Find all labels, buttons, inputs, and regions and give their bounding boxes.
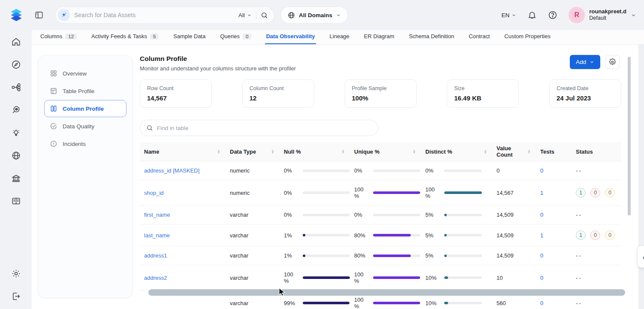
sidebar-toggle-icon[interactable] (34, 10, 44, 20)
tab-count-badge: 12 (65, 33, 77, 39)
stat-value: 12 (250, 94, 307, 102)
sidebar-item-table-profile[interactable]: Table Profile (44, 82, 126, 100)
column-header-label: Unique % (354, 148, 379, 155)
add-button[interactable]: Add (570, 55, 600, 69)
glossary-book-icon[interactable] (11, 196, 21, 206)
table-row[interactable]: address2 varchar 100 % 100 % 10% 10 0 -- (140, 265, 621, 291)
stat-card-column-count: Column Count 12 (242, 79, 314, 108)
tests-link[interactable]: 1 (540, 190, 543, 196)
search-icon[interactable] (261, 12, 268, 19)
column-header-label: Value Count (497, 145, 528, 158)
distinct-percent-value: 5% (425, 232, 440, 239)
tab-activity-feeds-tasks[interactable]: Activity Feeds & Tasks 5 (90, 30, 159, 44)
governance-bank-icon[interactable] (11, 173, 21, 183)
tab-custom-properties[interactable]: Custom Properties (503, 30, 551, 44)
value-count: 14,509 (497, 232, 514, 239)
discovery-search-eye-icon[interactable] (11, 105, 21, 115)
tab-columns[interactable]: Columns 12 (39, 30, 78, 44)
notifications-bell-icon[interactable] (527, 10, 537, 20)
tests-link[interactable]: 0 (540, 167, 543, 174)
table-row[interactable]: address1 varchar 1% 80% 5% 14,509 0 -- (140, 246, 621, 265)
domains-globe-icon[interactable] (11, 151, 21, 161)
ai-sparkle-icon[interactable] (58, 9, 70, 21)
column-header-name[interactable]: Name▴▾ (140, 142, 226, 161)
stat-value: 24 Jul 2023 (557, 94, 614, 102)
chevron-down-icon (631, 12, 636, 18)
explore-compass-icon[interactable] (11, 60, 21, 70)
null-percent-value: 0% (284, 190, 298, 196)
find-in-table-search[interactable] (140, 120, 378, 136)
column-name-link[interactable]: last_name (144, 232, 170, 239)
profiler-settings-button[interactable] (605, 55, 620, 69)
page-subtitle: Monitor and understand your columns stru… (140, 65, 621, 72)
column-header-data-type[interactable]: Data Type▴▾ (226, 142, 280, 161)
sort-icon[interactable]: ▴▾ (342, 149, 344, 154)
global-search-bar[interactable]: Search for Data Assets All (55, 6, 274, 24)
app-logo-icon[interactable] (8, 6, 25, 24)
column-name-link[interactable]: address_id [MASKED] (144, 167, 199, 174)
table-row[interactable]: address_id [MASKED] numeric 0% 0% 0% 0 0… (140, 161, 621, 180)
search-icon (146, 124, 153, 131)
help-icon[interactable] (548, 10, 557, 20)
tests-link[interactable]: 0 (540, 212, 543, 218)
stat-cards-row: Row Count 14,567 Column Count 12 Profile… (140, 79, 621, 108)
sort-icon[interactable]: ▴▾ (272, 149, 274, 154)
tab-queries[interactable]: Queries 0 (219, 30, 252, 44)
sort-icon[interactable]: ▴▾ (485, 149, 486, 154)
column-header-null[interactable]: Null %▴▾ (280, 142, 350, 161)
column-name-link[interactable]: shop_id (144, 190, 164, 196)
column-name-link[interactable]: first_name (144, 212, 170, 218)
tab-contract[interactable]: Contract (468, 30, 491, 44)
avatar[interactable]: R (569, 7, 585, 23)
sort-icon[interactable]: ▴▾ (528, 149, 530, 154)
column-name-link[interactable]: address2 (144, 275, 167, 281)
sidebar-item-column-profile[interactable]: Column Profile (44, 100, 126, 117)
table-row[interactable]: last_name varchar 1% 80% 5% 14,509 1 100 (140, 224, 621, 246)
user-menu[interactable]: R rounakpreet.d Default (569, 7, 636, 23)
column-profile-table: Name▴▾Data Type▴▾Null %▴▾Unique %▴▾Disti… (140, 142, 621, 309)
distinct-percent-bar (444, 170, 482, 172)
vertical-scrollbar[interactable] (628, 57, 631, 215)
column-header-value-count[interactable]: Value Count▴▾ (492, 142, 536, 161)
home-icon[interactable] (11, 37, 21, 47)
find-in-table-input[interactable] (157, 125, 372, 131)
tab-sample-data[interactable]: Sample Data (172, 30, 206, 44)
tab-er-diagram[interactable]: ER Diagram (363, 30, 395, 44)
tests-link[interactable]: 0 (540, 275, 543, 281)
sidebar-item-overview[interactable]: Overview (44, 65, 126, 82)
app-page: Search for Data Assets All All Domains E… (0, 0, 644, 309)
search-input[interactable]: Search for Data Assets (74, 12, 234, 18)
expand-panel-button[interactable] (637, 245, 644, 268)
status-badge-failed: 0 (590, 230, 600, 240)
sort-icon[interactable]: ▴▾ (413, 149, 415, 154)
insights-bulb-icon[interactable] (11, 128, 21, 138)
tests-link[interactable]: 0 (540, 252, 543, 259)
unique-percent-value: 80% (354, 232, 369, 239)
chevron-down-icon (336, 13, 341, 18)
horizontal-scrollbar[interactable] (148, 289, 625, 296)
settings-gear-icon[interactable] (11, 269, 21, 279)
sidebar-item-data-quality[interactable]: Data Quality (44, 118, 126, 135)
logout-icon[interactable] (11, 291, 21, 301)
table-row[interactable]: shop_id numeric 0% 100 % 100 % 14,567 1 … (140, 180, 621, 206)
domains-dropdown[interactable]: All Domains (280, 6, 348, 24)
sidebar-item-incidents[interactable]: Incidents (44, 135, 126, 152)
lineage-icon[interactable] (11, 82, 21, 92)
tab-schema-definition[interactable]: Schema Definition (408, 30, 455, 44)
tab-label: Contract (469, 33, 490, 39)
column-header-distinct[interactable]: Distinct %▴▾ (421, 142, 492, 161)
column-header-unique[interactable]: Unique %▴▾ (350, 142, 421, 161)
grid-icon (50, 70, 57, 77)
table-row[interactable]: first_name varchar 0% 0% 5% 14,509 0 -- (140, 206, 621, 224)
column-header-label: Name (144, 148, 159, 155)
column-name-link[interactable]: address1 (144, 252, 167, 259)
search-scope-dropdown[interactable]: All (238, 12, 252, 18)
tab-lineage[interactable]: Lineage (329, 30, 350, 44)
sort-icon[interactable]: ▴▾ (218, 149, 220, 154)
tab-label: Columns (40, 33, 62, 39)
tests-link[interactable]: 0 (540, 300, 543, 306)
tab-label: Activity Feeds & Tasks (91, 33, 147, 39)
tab-data-observability[interactable]: Data Observability (265, 30, 316, 44)
language-dropdown[interactable]: EN (502, 12, 517, 18)
tests-link[interactable]: 1 (540, 232, 543, 239)
